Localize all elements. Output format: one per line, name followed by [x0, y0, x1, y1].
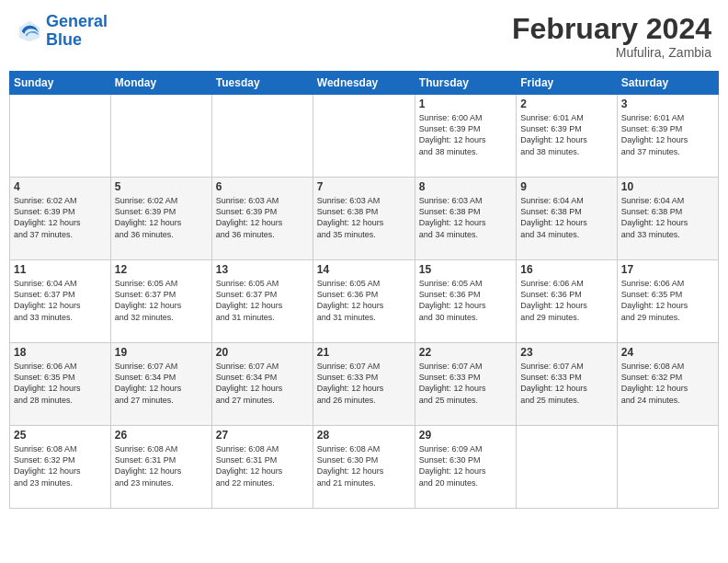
- day-number: 9: [520, 180, 612, 193]
- day-info: Sunrise: 6:01 AM Sunset: 6:39 PM Dayligh…: [520, 112, 612, 157]
- day-info: Sunrise: 6:03 AM Sunset: 6:39 PM Dayligh…: [216, 195, 309, 240]
- day-info: Sunrise: 6:05 AM Sunset: 6:36 PM Dayligh…: [419, 278, 512, 323]
- weekday-header-wednesday: Wednesday: [313, 72, 415, 95]
- day-number: 4: [14, 180, 107, 193]
- calendar-cell: 23Sunrise: 6:07 AM Sunset: 6:33 PM Dayli…: [517, 343, 617, 426]
- calendar-cell: 27Sunrise: 6:08 AM Sunset: 6:31 PM Dayli…: [211, 426, 313, 509]
- calendar-cell: 25Sunrise: 6:08 AM Sunset: 6:32 PM Dayli…: [10, 426, 111, 509]
- day-info: Sunrise: 6:07 AM Sunset: 6:33 PM Dayligh…: [317, 361, 411, 406]
- day-number: 15: [419, 263, 512, 276]
- day-info: Sunrise: 6:07 AM Sunset: 6:33 PM Dayligh…: [419, 361, 512, 406]
- day-info: Sunrise: 6:02 AM Sunset: 6:39 PM Dayligh…: [14, 195, 107, 240]
- calendar-cell: 16Sunrise: 6:06 AM Sunset: 6:36 PM Dayli…: [517, 260, 617, 343]
- calendar-cell: [110, 95, 211, 178]
- day-number: 8: [419, 180, 512, 193]
- calendar-cell: 6Sunrise: 6:03 AM Sunset: 6:39 PM Daylig…: [211, 178, 313, 260]
- day-number: 29: [419, 429, 512, 442]
- day-info: Sunrise: 6:04 AM Sunset: 6:38 PM Dayligh…: [621, 195, 714, 240]
- calendar-cell: [10, 95, 111, 178]
- day-number: 3: [621, 98, 714, 110]
- calendar-cell: 29Sunrise: 6:09 AM Sunset: 6:30 PM Dayli…: [415, 426, 516, 509]
- week-row-4: 25Sunrise: 6:08 AM Sunset: 6:32 PM Dayli…: [10, 426, 719, 509]
- day-number: 16: [520, 263, 612, 276]
- logo-text: General Blue: [46, 13, 108, 50]
- calendar-cell: 11Sunrise: 6:04 AM Sunset: 6:37 PM Dayli…: [10, 260, 111, 343]
- day-info: Sunrise: 6:03 AM Sunset: 6:38 PM Dayligh…: [419, 195, 512, 240]
- day-info: Sunrise: 6:04 AM Sunset: 6:38 PM Dayligh…: [520, 195, 612, 240]
- week-row-2: 11Sunrise: 6:04 AM Sunset: 6:37 PM Dayli…: [10, 260, 719, 343]
- title-block: February 2024 Mufulira, Zambia: [512, 13, 711, 60]
- day-number: 12: [115, 263, 208, 276]
- logo-line1: General: [46, 12, 108, 30]
- calendar-cell: 4Sunrise: 6:02 AM Sunset: 6:39 PM Daylig…: [10, 178, 111, 260]
- calendar-cell: 1Sunrise: 6:00 AM Sunset: 6:39 PM Daylig…: [415, 95, 516, 178]
- day-number: 19: [115, 346, 208, 359]
- calendar-cell: 19Sunrise: 6:07 AM Sunset: 6:34 PM Dayli…: [110, 343, 211, 426]
- calendar-cell: 26Sunrise: 6:08 AM Sunset: 6:31 PM Dayli…: [110, 426, 211, 509]
- day-number: 20: [216, 346, 309, 359]
- calendar-cell: 17Sunrise: 6:06 AM Sunset: 6:35 PM Dayli…: [617, 260, 718, 343]
- location: Mufulira, Zambia: [512, 45, 711, 60]
- header: General Blue February 2024 Mufulira, Zam…: [9, 9, 719, 63]
- day-number: 17: [621, 263, 714, 276]
- day-info: Sunrise: 6:08 AM Sunset: 6:32 PM Dayligh…: [14, 443, 107, 488]
- week-row-0: 1Sunrise: 6:00 AM Sunset: 6:39 PM Daylig…: [10, 95, 719, 178]
- day-info: Sunrise: 6:08 AM Sunset: 6:31 PM Dayligh…: [216, 443, 309, 488]
- calendar-cell: 22Sunrise: 6:07 AM Sunset: 6:33 PM Dayli…: [415, 343, 516, 426]
- day-info: Sunrise: 6:08 AM Sunset: 6:30 PM Dayligh…: [317, 443, 411, 488]
- calendar-cell: 7Sunrise: 6:03 AM Sunset: 6:38 PM Daylig…: [313, 178, 415, 260]
- calendar-cell: 15Sunrise: 6:05 AM Sunset: 6:36 PM Dayli…: [415, 260, 516, 343]
- weekday-header-friday: Friday: [517, 72, 617, 95]
- day-number: 28: [317, 429, 411, 442]
- day-number: 22: [419, 346, 512, 359]
- day-number: 26: [115, 429, 208, 442]
- day-info: Sunrise: 6:08 AM Sunset: 6:31 PM Dayligh…: [115, 443, 208, 488]
- calendar-cell: 5Sunrise: 6:02 AM Sunset: 6:39 PM Daylig…: [110, 178, 211, 260]
- calendar-table: SundayMondayTuesdayWednesdayThursdayFrid…: [9, 71, 719, 509]
- weekday-header-row: SundayMondayTuesdayWednesdayThursdayFrid…: [10, 72, 719, 95]
- weekday-header-saturday: Saturday: [617, 72, 718, 95]
- day-number: 24: [621, 346, 714, 359]
- calendar-cell: 8Sunrise: 6:03 AM Sunset: 6:38 PM Daylig…: [415, 178, 516, 260]
- day-info: Sunrise: 6:07 AM Sunset: 6:33 PM Dayligh…: [520, 361, 612, 406]
- day-number: 1: [419, 98, 512, 110]
- day-number: 10: [621, 180, 714, 193]
- day-number: 18: [14, 346, 107, 359]
- calendar-cell: 9Sunrise: 6:04 AM Sunset: 6:38 PM Daylig…: [517, 178, 617, 260]
- calendar-cell: [517, 426, 617, 509]
- calendar-cell: 20Sunrise: 6:07 AM Sunset: 6:34 PM Dayli…: [211, 343, 313, 426]
- day-info: Sunrise: 6:06 AM Sunset: 6:35 PM Dayligh…: [14, 361, 107, 406]
- day-number: 6: [216, 180, 309, 193]
- day-info: Sunrise: 6:00 AM Sunset: 6:39 PM Dayligh…: [419, 112, 512, 157]
- calendar-cell: 21Sunrise: 6:07 AM Sunset: 6:33 PM Dayli…: [313, 343, 415, 426]
- calendar-cell: [313, 95, 415, 178]
- day-number: 23: [520, 346, 612, 359]
- month-title: February 2024: [512, 13, 711, 45]
- week-row-1: 4Sunrise: 6:02 AM Sunset: 6:39 PM Daylig…: [10, 178, 719, 260]
- day-info: Sunrise: 6:06 AM Sunset: 6:35 PM Dayligh…: [621, 278, 714, 323]
- weekday-header-monday: Monday: [110, 72, 211, 95]
- day-number: 5: [115, 180, 208, 193]
- day-number: 2: [520, 98, 612, 110]
- day-number: 25: [14, 429, 107, 442]
- day-info: Sunrise: 6:05 AM Sunset: 6:37 PM Dayligh…: [115, 278, 208, 323]
- day-number: 13: [216, 263, 309, 276]
- day-number: 11: [14, 263, 107, 276]
- day-info: Sunrise: 6:02 AM Sunset: 6:39 PM Dayligh…: [115, 195, 208, 240]
- calendar-cell: [617, 426, 718, 509]
- logo-line2: Blue: [46, 31, 108, 50]
- calendar-cell: 10Sunrise: 6:04 AM Sunset: 6:38 PM Dayli…: [617, 178, 718, 260]
- day-info: Sunrise: 6:06 AM Sunset: 6:36 PM Dayligh…: [520, 278, 612, 323]
- day-info: Sunrise: 6:07 AM Sunset: 6:34 PM Dayligh…: [115, 361, 208, 406]
- day-info: Sunrise: 6:07 AM Sunset: 6:34 PM Dayligh…: [216, 361, 309, 406]
- day-number: 21: [317, 346, 411, 359]
- calendar-cell: 24Sunrise: 6:08 AM Sunset: 6:32 PM Dayli…: [617, 343, 718, 426]
- weekday-header-tuesday: Tuesday: [211, 72, 313, 95]
- day-info: Sunrise: 6:05 AM Sunset: 6:37 PM Dayligh…: [216, 278, 309, 323]
- calendar-cell: 18Sunrise: 6:06 AM Sunset: 6:35 PM Dayli…: [10, 343, 111, 426]
- calendar-cell: 12Sunrise: 6:05 AM Sunset: 6:37 PM Dayli…: [110, 260, 211, 343]
- calendar-cell: 28Sunrise: 6:08 AM Sunset: 6:30 PM Dayli…: [313, 426, 415, 509]
- day-info: Sunrise: 6:05 AM Sunset: 6:36 PM Dayligh…: [317, 278, 411, 323]
- week-row-3: 18Sunrise: 6:06 AM Sunset: 6:35 PM Dayli…: [10, 343, 719, 426]
- calendar-cell: 2Sunrise: 6:01 AM Sunset: 6:39 PM Daylig…: [517, 95, 617, 178]
